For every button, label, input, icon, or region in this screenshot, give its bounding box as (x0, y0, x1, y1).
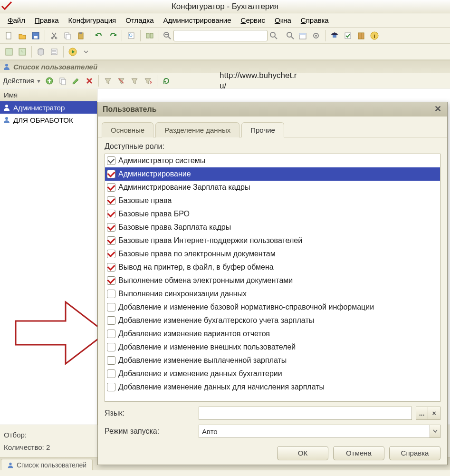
role-item[interactable]: Базовые права (105, 194, 440, 207)
tree-expand-icon[interactable] (16, 46, 29, 58)
role-item[interactable]: Добавление изменение выплаченной зарплат… (105, 354, 440, 367)
undo-icon[interactable] (93, 29, 105, 42)
menu-windows[interactable]: Окна (271, 14, 295, 26)
filter-clear-icon[interactable]: × (142, 75, 154, 87)
select-button[interactable]: ... (416, 407, 428, 420)
checkbox-checked-icon[interactable] (107, 196, 115, 205)
graduate-icon[interactable] (328, 29, 341, 42)
checkbox-unchecked-icon[interactable] (107, 316, 115, 325)
role-item[interactable]: Базовые права Зарплата кадры (105, 221, 440, 234)
dropdown-arrow-icon[interactable] (430, 425, 440, 437)
role-item[interactable]: Добавление изменение данных для начислен… (105, 380, 440, 394)
dialog-titlebar[interactable]: Пользователь ✕ (98, 102, 447, 117)
filter-settings-icon[interactable] (128, 75, 141, 87)
role-item[interactable]: Выполнение обмена электронными документа… (105, 274, 440, 287)
column-header-name[interactable]: Имя (0, 89, 97, 101)
bottom-tab-users[interactable]: Список пользователей (1, 459, 93, 470)
launch-dropdown[interactable]: Авто (199, 425, 440, 438)
filter-icon[interactable] (102, 75, 114, 87)
actions-dropdown-icon[interactable]: ▾ (37, 77, 40, 85)
tree-collapse-icon[interactable] (3, 46, 15, 58)
search-go-icon[interactable] (268, 30, 279, 41)
paste-icon[interactable] (75, 29, 87, 42)
clear-button[interactable]: × (428, 407, 440, 420)
role-item[interactable]: Добавление изменение вариантов отчетов (105, 327, 440, 340)
role-item[interactable]: Добавление и изменение внешних пользоват… (105, 340, 440, 354)
delete-icon[interactable] (83, 75, 96, 87)
checkbox-unchecked-icon[interactable] (107, 330, 115, 338)
menu-admin[interactable]: Администрирование (160, 14, 235, 26)
role-item[interactable]: Добавление и изменение данных бухгалтери… (105, 367, 440, 380)
role-item[interactable]: Базовые права Интернет-поддержки пользов… (105, 234, 440, 247)
refresh-icon[interactable] (160, 75, 172, 87)
search-input[interactable] (173, 30, 268, 41)
checkbox-unchecked-icon[interactable] (107, 356, 115, 365)
checkbox-unchecked-icon[interactable] (107, 343, 115, 351)
tab-other[interactable]: Прочие (241, 122, 284, 137)
role-item[interactable]: Администрирование (105, 167, 440, 181)
role-item[interactable]: Добавление изменение бухгалтерского учет… (105, 314, 440, 327)
checkbox-checked-icon[interactable] (107, 210, 115, 218)
zoom-icon[interactable] (285, 30, 296, 41)
checkbox-unchecked-icon[interactable] (107, 369, 115, 378)
actions-label[interactable]: Действия (3, 77, 34, 85)
roles-scroll[interactable]: Администратор системы Администрирование … (105, 154, 440, 401)
checkbox-checked-icon[interactable] (107, 223, 115, 232)
checkbox-checked-icon[interactable] (107, 276, 115, 285)
checkbox-checked-icon[interactable] (107, 156, 115, 165)
menu-help[interactable]: Справка (297, 14, 333, 26)
edit-icon[interactable] (70, 75, 82, 87)
help-button[interactable]: Справка (389, 446, 440, 460)
role-item[interactable]: Выполнение синхронизации данных (105, 287, 440, 301)
checkbox-checked-icon[interactable] (107, 263, 115, 272)
lang-input[interactable] (199, 407, 412, 420)
properties-icon[interactable] (48, 46, 60, 58)
role-item[interactable]: Вывод на принтер, в файл, в буфер обмена (105, 261, 440, 274)
cut-icon[interactable] (48, 29, 60, 42)
checkbox-checked-icon[interactable] (107, 183, 115, 192)
filter-off-icon[interactable] (115, 75, 127, 87)
tab-split[interactable]: Разделение данных (155, 122, 239, 137)
checkbox-checked-icon[interactable] (107, 236, 115, 245)
close-icon[interactable]: ✕ (433, 105, 442, 114)
role-item[interactable]: Добавление и изменение базовой нормативн… (105, 301, 440, 314)
book-icon[interactable] (355, 29, 367, 42)
zoom-out-icon[interactable] (162, 30, 172, 41)
open-icon[interactable] (16, 29, 29, 42)
redo-icon[interactable] (106, 29, 119, 42)
copy-user-icon[interactable] (57, 75, 69, 87)
user-row[interactable]: Администратор (0, 101, 97, 114)
role-item[interactable]: Базовые права по электронным документам (105, 247, 440, 261)
run-dropdown-icon[interactable] (80, 46, 92, 58)
role-item[interactable]: Базовые права БРО (105, 207, 440, 221)
new-doc-icon[interactable] (3, 29, 15, 42)
cancel-button[interactable]: Отмена (333, 446, 384, 460)
syntax-check-icon[interactable] (342, 29, 354, 42)
find-icon[interactable] (125, 29, 137, 42)
checkbox-checked-icon[interactable] (107, 170, 115, 178)
save-icon[interactable] (29, 29, 42, 42)
settings-icon[interactable] (310, 29, 322, 42)
checkbox-unchecked-icon[interactable] (107, 383, 115, 391)
menu-service[interactable]: Сервис (237, 14, 269, 26)
run-icon[interactable] (67, 46, 79, 58)
checkbox-unchecked-icon[interactable] (107, 303, 115, 311)
calendar-icon[interactable] (297, 29, 309, 42)
user-row[interactable]: ДЛЯ ОБРАБОТОК (0, 114, 97, 126)
toggle-panel-icon[interactable] (144, 29, 156, 42)
menu-file[interactable]: Файл (4, 14, 29, 26)
checkbox-unchecked-icon[interactable] (107, 290, 115, 298)
role-item[interactable]: Администрирование Зарплата кадры (105, 181, 440, 194)
menu-edit[interactable]: Правка (31, 14, 63, 26)
role-item[interactable]: Администратор системы (105, 154, 440, 167)
copy-icon[interactable] (61, 29, 74, 42)
db-icon[interactable] (35, 46, 47, 58)
info-icon[interactable]: i (368, 29, 381, 42)
menu-config[interactable]: Конфигурация (65, 14, 120, 26)
menu-debug[interactable]: Отладка (122, 14, 157, 26)
ok-button[interactable]: ОК (277, 446, 328, 460)
tab-main[interactable]: Основные (102, 122, 153, 137)
add-icon[interactable] (43, 75, 56, 87)
checkbox-checked-icon[interactable] (107, 250, 115, 258)
toolbar-separator (45, 30, 45, 41)
